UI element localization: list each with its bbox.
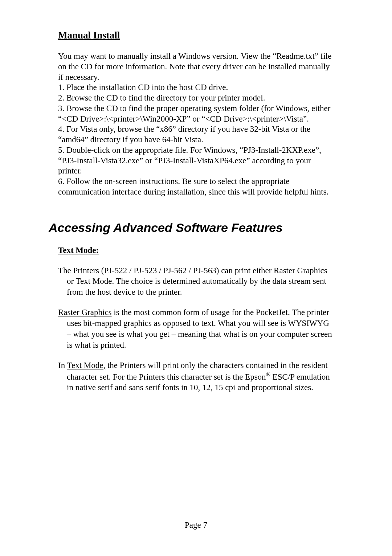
- raster-graphics-term: Raster Graphics: [58, 308, 112, 317]
- text-mode-term: Text Mode,: [67, 361, 106, 370]
- manual-intro-paragraph: You may want to manually install a Windo…: [58, 51, 334, 82]
- manual-steps: 1. Place the installation CD into the ho…: [58, 82, 334, 197]
- step-6: 6. Follow the on-screen instructions. Be…: [58, 176, 334, 197]
- features-heading: Accessing Advanced Software Features: [49, 221, 334, 235]
- step-1: 1. Place the installation CD into the ho…: [58, 82, 334, 93]
- registered-mark: ®: [266, 371, 270, 377]
- text-mode-heading: Text Mode:: [58, 246, 334, 255]
- document-page: Manual Install You may want to manually …: [0, 0, 392, 556]
- features-intro-paragraph: The Printers (PJ-522 / PJ-523 / PJ-562 /…: [58, 265, 334, 298]
- step-4: 4. For Vista only, browse the “x86” dire…: [58, 124, 334, 145]
- step-5: 5. Double-click on the appropriate file.…: [58, 145, 334, 176]
- raster-graphics-paragraph: Raster Graphics is the most common form …: [58, 307, 334, 351]
- text-mode-paragraph: In Text Mode, the Printers will print on…: [58, 360, 334, 393]
- text-mode-prefix: In: [58, 361, 67, 370]
- step-3: 3. Browse the CD to find the proper oper…: [58, 103, 334, 124]
- step-2: 2. Browse the CD to find the directory f…: [58, 93, 334, 103]
- page-number: Page 7: [0, 520, 392, 530]
- manual-install-heading: Manual Install: [58, 30, 334, 41]
